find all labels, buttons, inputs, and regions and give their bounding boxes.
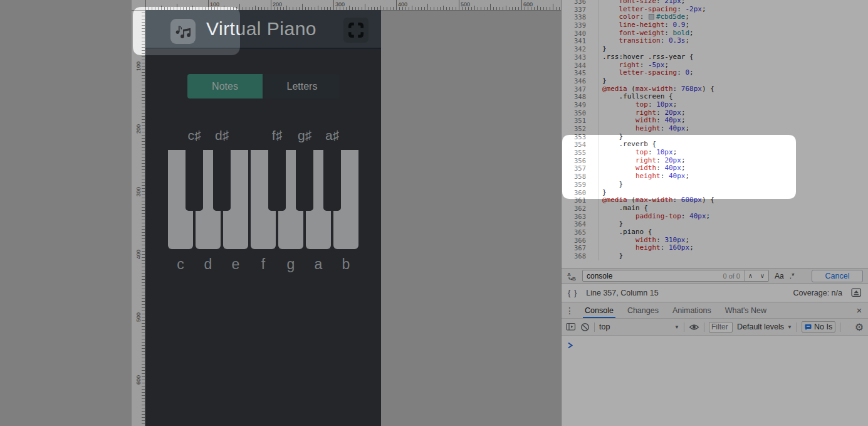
code-line[interactable]: 362.main {	[562, 205, 868, 213]
ruler-tick	[142, 122, 145, 123]
code-line[interactable]: 341transition: 0.3s;	[562, 37, 868, 45]
execution-context-select[interactable]: top ▼	[599, 322, 679, 331]
more-options-icon[interactable]: ⋮	[562, 306, 578, 316]
code-line[interactable]: 353}	[562, 133, 868, 141]
search-previous-button[interactable]: ∧	[745, 272, 756, 279]
line-number: 357	[562, 164, 599, 173]
match-case-button[interactable]: Aa	[775, 272, 784, 280]
code-line[interactable]: 366width: 310px;	[562, 237, 868, 245]
letters-toggle-button[interactable]: Letters	[264, 74, 340, 99]
ruler-tick	[142, 279, 145, 280]
ruler-label: 400	[135, 240, 142, 259]
console-output[interactable]	[562, 336, 868, 426]
code-line[interactable]: 348.fullscreen {	[562, 93, 868, 101]
code-line[interactable]: 368}	[562, 252, 868, 260]
ruler-tick	[412, 6, 412, 10]
code-token: :	[664, 29, 672, 37]
ruler-tick	[142, 354, 145, 355]
black-key-f♯[interactable]	[268, 150, 286, 211]
ruler-tick	[142, 116, 145, 117]
code-line[interactable]: 359}	[562, 181, 868, 189]
code-line[interactable]: 343.rss:hover .rss-year {	[562, 53, 868, 61]
ruler-tick	[142, 160, 145, 161]
code-line[interactable]: 356right: 20px;	[562, 157, 868, 165]
black-key-a♯[interactable]	[323, 150, 341, 211]
ruler-tick	[142, 53, 145, 54]
console-sidebar-icon[interactable]	[566, 322, 576, 331]
ruler-tick	[142, 169, 145, 170]
ruler-tick	[487, 7, 488, 10]
regex-button[interactable]: .*	[790, 272, 795, 280]
code-line[interactable]: 349top: 10px;	[562, 101, 868, 109]
ruler-tick	[443, 6, 444, 10]
code-line[interactable]: 339line-height: 0.9;	[562, 21, 868, 29]
context-value: top	[599, 322, 610, 331]
code-line[interactable]: 365.piano {	[562, 228, 868, 237]
black-key-d♯[interactable]	[213, 150, 231, 211]
line-number: 336	[562, 0, 599, 6]
log-levels-select[interactable]: Default levels ▼	[737, 322, 792, 331]
ruler-tick	[409, 7, 409, 10]
code-token: 40px	[669, 124, 686, 132]
tab-console[interactable]: Console	[578, 302, 620, 318]
code-line[interactable]: 336font-size: 21px;	[562, 0, 868, 6]
ruler-tick	[142, 25, 145, 26]
code-line[interactable]: 351width: 40px;	[562, 117, 868, 125]
code-token: transition	[619, 36, 661, 45]
clear-console-icon[interactable]	[580, 322, 590, 332]
cancel-button[interactable]: Cancel	[812, 270, 863, 282]
live-expression-eye-icon[interactable]	[689, 323, 699, 331]
console-filter-input[interactable]	[709, 322, 733, 333]
code-line[interactable]: 357width: 40px;	[562, 164, 868, 173]
ruler-tick	[142, 364, 145, 365]
ruler-tick	[142, 138, 145, 139]
ruler-tick	[142, 69, 145, 70]
code-line[interactable]: 354.reverb {	[562, 141, 868, 149]
tab-animations[interactable]: Animations	[666, 302, 718, 318]
ruler-tick	[427, 4, 428, 10]
code-line[interactable]: 364}	[562, 220, 868, 228]
ruler-tick	[142, 402, 145, 402]
code-line[interactable]: 340font-weight: bold;	[562, 29, 868, 38]
code-line[interactable]: 338color: #cbd5de;	[562, 13, 868, 21]
code-line[interactable]: 355top: 10px;	[562, 149, 868, 157]
top-ruler: 100200300400500600	[132, 0, 561, 11]
line-number: 364	[562, 220, 599, 228]
code-line[interactable]: 358height: 40px;	[562, 173, 868, 181]
color-swatch[interactable]	[649, 14, 654, 19]
pretty-print-icon[interactable]: { }	[568, 288, 577, 297]
ruler-tick	[142, 351, 145, 352]
music-notes-icon	[170, 19, 196, 44]
code-line[interactable]: 363padding-top: 40px;	[562, 213, 868, 221]
close-icon[interactable]: ×	[850, 305, 868, 316]
white-key-label: e	[223, 256, 248, 273]
code-line[interactable]: 347@media (max-width: 768px) {	[562, 85, 868, 93]
code-token: ;	[681, 109, 686, 117]
replace-toggle-icon[interactable]: A B	[567, 271, 577, 281]
divider	[684, 322, 684, 332]
coverage-icon[interactable]	[851, 288, 862, 297]
code-line[interactable]: 352height: 40px;	[562, 125, 868, 133]
notes-toggle-button[interactable]: Notes	[187, 74, 263, 99]
ruler-tick	[142, 147, 145, 148]
black-key-g♯[interactable]	[296, 150, 313, 211]
search-next-button[interactable]: ∨	[756, 272, 768, 279]
code-line[interactable]: 345letter-spacing: 0;	[562, 69, 868, 77]
code-line[interactable]: 350right: 20px;	[562, 109, 868, 117]
code-line[interactable]: 361@media (max-width: 600px) {	[562, 196, 868, 205]
tab-what-s-new[interactable]: What's New	[718, 302, 773, 318]
search-input[interactable]	[583, 272, 723, 280]
ruler-tick	[142, 166, 145, 167]
tab-changes[interactable]: Changes	[620, 302, 666, 318]
code-token: :	[677, 68, 685, 77]
code-line[interactable]: 337letter-spacing: -2px;	[562, 6, 868, 14]
code-token: :	[640, 13, 648, 21]
code-line[interactable]: 344right: -5px;	[562, 61, 868, 70]
source-editor[interactable]: 336font-size: 21px;337letter-spacing: -2…	[562, 0, 868, 268]
fullscreen-button[interactable]	[343, 18, 369, 43]
code-line[interactable]: 367height: 160px;	[562, 244, 868, 252]
black-key-c♯[interactable]	[186, 150, 203, 211]
gear-icon[interactable]: ⚙	[855, 321, 864, 333]
issues-button[interactable]: No Is	[802, 321, 835, 333]
code-token: :	[677, 5, 685, 13]
